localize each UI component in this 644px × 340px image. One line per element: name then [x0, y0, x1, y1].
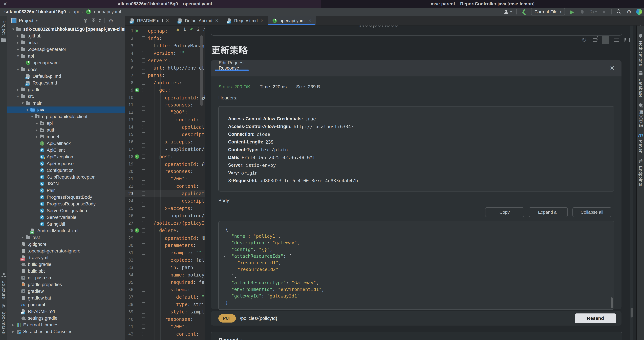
code-line[interactable]: 32 explode: fal — [125, 256, 205, 264]
tree-item[interactable]: Pair — [8, 187, 125, 194]
tree-item[interactable]: ApiException — [8, 154, 125, 160]
tree-item[interactable]: build.sbt — [8, 268, 125, 274]
tree-item[interactable]: openapi.yaml — [8, 60, 125, 66]
code-line[interactable]: 19 operationId: 创 — [125, 160, 205, 168]
gutter-icon[interactable] — [135, 66, 140, 70]
fold-marker[interactable] — [141, 288, 146, 292]
gutter-icon[interactable] — [135, 243, 140, 248]
run-with-coverage-button[interactable]: ▾ — [590, 9, 597, 14]
code-line[interactable]: 35 required: fa — [125, 278, 205, 286]
gutter-icon[interactable] — [135, 154, 140, 159]
breadcrumb-folder[interactable]: api — [73, 9, 79, 14]
prev-problem-icon[interactable]: ∧ — [203, 27, 205, 32]
tool-window-button[interactable]: Bookmarks — [0, 304, 8, 334]
response-body-box[interactable]: { "name": "policy1", "description": "gat… — [218, 221, 614, 310]
tool-window-button[interactable]: Notifications — [637, 33, 644, 66]
tree-item[interactable]: ProgressRequestBody — [8, 194, 125, 200]
tree-expand-arrow[interactable] — [16, 67, 20, 72]
code-line[interactable]: 15 descriptio — [125, 131, 205, 138]
code-line[interactable]: 25 x-accepts: — [125, 204, 205, 212]
code-line[interactable]: 24 descriptio — [125, 197, 205, 204]
fold-marker[interactable] — [141, 199, 146, 203]
tree-item[interactable]: gradle.properties — [8, 281, 125, 288]
close-tab-icon[interactable]: ✕ — [260, 18, 264, 23]
fold-marker[interactable] — [141, 228, 146, 232]
fold-marker[interactable] — [141, 118, 146, 122]
tree-item[interactable]: gradle — [8, 86, 125, 93]
code-line[interactable]: 21 "200": — [125, 175, 205, 182]
fold-marker[interactable] — [141, 81, 146, 85]
tree-item[interactable]: build.gradle — [8, 261, 125, 268]
tree-item[interactable]: ApiClient — [8, 147, 125, 154]
tree-item[interactable]: git_push.sh — [8, 274, 125, 281]
tree-item[interactable]: Scratches and Consoles — [8, 328, 125, 335]
tree-item[interactable]: ServerVariable — [8, 214, 125, 221]
code-line[interactable]: 33 in: path — [125, 264, 205, 271]
gutter-icon[interactable] — [135, 198, 140, 204]
editor-tab[interactable]: openapi.yaml ✕ — [268, 16, 316, 25]
gutter-icon[interactable] — [135, 250, 140, 255]
code-line[interactable]: 2 info: — [125, 34, 205, 42]
code-line[interactable]: 8 /policies: — [125, 79, 205, 86]
gutter-icon[interactable] — [135, 43, 140, 48]
code-line[interactable]: 41 "200": — [125, 323, 205, 330]
tree-expand-arrow[interactable] — [20, 101, 25, 105]
fold-marker[interactable] — [141, 169, 146, 173]
gutter-icon[interactable] — [135, 265, 140, 270]
gutter-icon[interactable] — [135, 125, 140, 130]
editor-tab[interactable]: DefaultApi.md ✕ — [173, 16, 222, 25]
gutter-icon[interactable] — [135, 258, 140, 262]
editor-tab[interactable]: Request.md ✕ — [222, 16, 268, 25]
tree-expand-arrow[interactable] — [30, 114, 34, 119]
titlebar-back-window[interactable]: mse-parent – ReportController.java [mse-… — [321, 0, 644, 8]
code-line[interactable]: 14 applicat — [125, 123, 205, 131]
code-line[interactable]: 36 schema: — [125, 286, 205, 293]
fold-marker[interactable] — [141, 125, 146, 129]
close-tab-icon[interactable]: ✕ — [308, 18, 312, 23]
fold-marker[interactable] — [141, 154, 146, 158]
tree-item[interactable]: ApiCallback — [8, 140, 125, 147]
gutter-icon[interactable] — [135, 73, 140, 78]
locate-file-button[interactable] — [83, 18, 88, 24]
gutter-icon[interactable] — [135, 140, 140, 144]
fold-marker[interactable] — [141, 332, 146, 336]
tree-item[interactable]: sdk-cu08326m1hkokaut15g0 [openapi-java-c… — [8, 26, 125, 32]
code-line[interactable]: 34 name: policy — [125, 271, 205, 278]
tree-item[interactable]: .github — [8, 32, 125, 39]
code-line[interactable]: 5 servers: — [125, 57, 205, 64]
tree-expand-arrow[interactable] — [25, 108, 30, 112]
tree-item[interactable]: AndroidManifest.xml — [8, 228, 125, 234]
panel-scrollbar-track[interactable] — [630, 26, 633, 340]
tree-item[interactable]: JSON — [8, 180, 125, 187]
gutter-icon[interactable] — [135, 36, 140, 41]
body-action-button[interactable]: Expand all — [529, 207, 568, 217]
code-line[interactable]: 11 responses: — [125, 101, 205, 108]
gutter-icon[interactable] — [135, 176, 140, 181]
fold-marker[interactable] — [141, 110, 146, 114]
gutter-icon[interactable] — [135, 110, 140, 115]
gutter-icon[interactable] — [135, 51, 140, 56]
search-everywhere-button[interactable] — [616, 9, 622, 14]
preview-toolbar-icon[interactable] — [580, 36, 588, 44]
gutter-icon[interactable] — [135, 117, 140, 122]
code-line[interactable]: 20 responses: — [125, 168, 205, 175]
tree-item[interactable]: gradlew — [8, 288, 125, 295]
fold-marker[interactable] — [141, 243, 146, 247]
code-line[interactable]: 26 - application/ — [125, 212, 205, 220]
preview-toolbar-icon[interactable] — [624, 36, 631, 44]
preview-toolbar-icon[interactable] — [634, 36, 636, 44]
card-tab[interactable]: Response — [214, 66, 250, 71]
tree-item[interactable]: External Libraries — [8, 322, 125, 328]
tree-item[interactable]: .gitignore — [8, 241, 125, 248]
tree-expand-arrow[interactable] — [16, 40, 20, 45]
code-line[interactable]: 18 post: — [125, 153, 205, 160]
code-line[interactable]: 22 content: — [125, 182, 205, 190]
code-line[interactable]: 30 parameters: — [125, 242, 205, 249]
code-line[interactable]: 28 delete: — [125, 227, 205, 234]
fold-marker[interactable] — [141, 36, 146, 40]
fold-marker[interactable] — [141, 132, 146, 136]
fold-marker[interactable] — [141, 324, 146, 328]
tree-item[interactable]: main — [8, 100, 125, 106]
code-line[interactable]: 39 style: simpl — [125, 308, 205, 316]
body-action-button[interactable]: Copy — [485, 207, 524, 217]
